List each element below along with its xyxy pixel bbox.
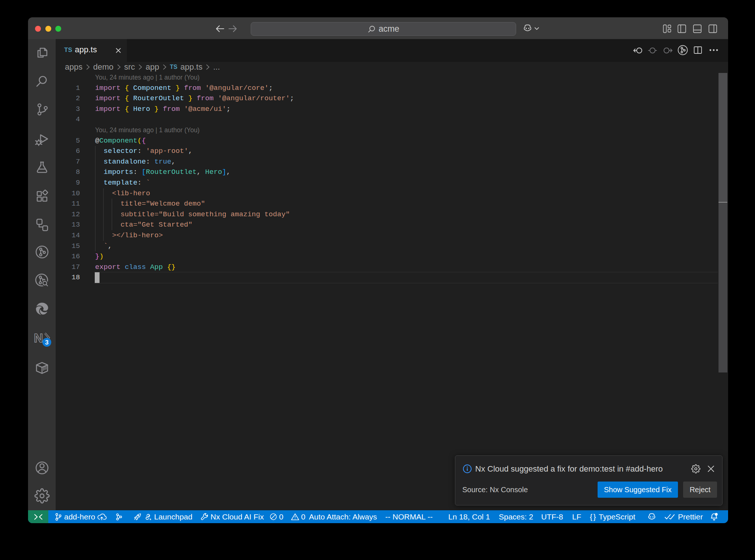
svg-text:N: N bbox=[34, 331, 43, 345]
svg-text:3: 3 bbox=[45, 339, 48, 346]
